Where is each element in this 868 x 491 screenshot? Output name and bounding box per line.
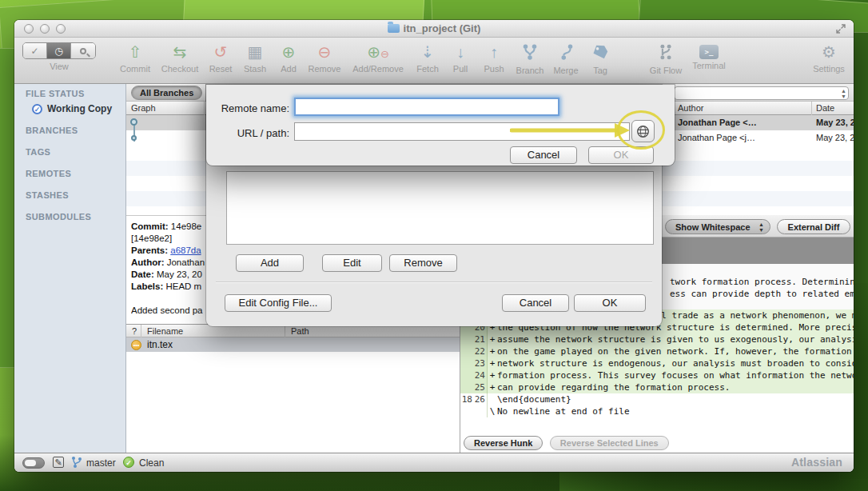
graph-commit-node bbox=[130, 118, 137, 126]
commit-button[interactable]: ⇧ Commit bbox=[113, 42, 157, 74]
commit-icon: ⇧ bbox=[113, 42, 157, 62]
settings-button[interactable]: ⚙ Settings bbox=[806, 42, 851, 74]
remove-remote-button[interactable]: Remove bbox=[389, 254, 457, 272]
diff-footer-buttons: Reverse Hunk Reverse Selected Lines bbox=[460, 435, 854, 453]
url-path-input[interactable] bbox=[294, 122, 630, 141]
add-remove-icon: ⊕⊖ bbox=[350, 42, 406, 62]
sidebar-header-file-status[interactable]: FILE STATUS bbox=[26, 89, 85, 98]
column-path[interactable]: Path bbox=[291, 326, 309, 336]
column-status[interactable]: ? bbox=[132, 326, 137, 336]
status-bar: ✎ master ✓ Clean Atlassian bbox=[14, 453, 854, 472]
add-remote-dialog: Remote name: URL / path: Cancel OK bbox=[206, 85, 675, 166]
terminal-icon: >_ bbox=[699, 45, 719, 59]
column-author[interactable]: Author bbox=[678, 103, 703, 113]
atlassian-logo: Atlassian bbox=[791, 456, 842, 469]
sidebar-header-tags[interactable]: TAGS bbox=[26, 147, 50, 157]
column-filename[interactable]: Filename bbox=[147, 326, 183, 336]
settings-ok-button[interactable]: OK bbox=[574, 294, 646, 312]
dialog-ok-button[interactable]: OK bbox=[588, 146, 654, 164]
add-remote-button[interactable]: Add bbox=[236, 254, 304, 272]
view-label: View bbox=[22, 62, 96, 71]
commit-date: May 23, 2013 7:… bbox=[816, 133, 854, 142]
view-segmented-control: ✓ ◷ View bbox=[22, 42, 96, 71]
diff-lines: 19+In the analysis of international trad… bbox=[460, 309, 854, 437]
remote-name-input[interactable] bbox=[294, 98, 559, 116]
divider bbox=[216, 281, 652, 283]
parent-commit-link[interactable]: a687da bbox=[170, 246, 201, 255]
column-graph[interactable]: Graph bbox=[131, 103, 156, 113]
file-row-itn-tex[interactable]: ••• itn.tex bbox=[126, 337, 460, 352]
remote-name-label: Remote name: bbox=[213, 102, 289, 114]
reverse-hunk-button[interactable]: Reverse Hunk bbox=[464, 436, 543, 450]
compose-icon[interactable]: ✎ bbox=[53, 457, 64, 468]
view-search-segment[interactable] bbox=[71, 43, 95, 58]
sidebar-header-remotes[interactable]: REMOTES bbox=[26, 169, 71, 178]
git-flow-icon bbox=[657, 43, 675, 61]
commit-date: May 23, 2013 8:… bbox=[816, 118, 854, 127]
reverse-selected-lines-button[interactable]: Reverse Selected Lines bbox=[550, 436, 669, 450]
checkout-button[interactable]: ⇆ Checkout bbox=[157, 42, 202, 74]
sidebar-header-submodules[interactable]: SUBMODULES bbox=[26, 212, 91, 222]
globe-icon bbox=[636, 125, 650, 138]
sidebar-header-stashes[interactable]: STASHES bbox=[26, 190, 69, 200]
sidebar-toggle-button[interactable] bbox=[22, 457, 45, 469]
browse-hosted-repositories-button[interactable] bbox=[631, 120, 655, 142]
external-diff-button[interactable]: External Diff bbox=[777, 219, 850, 234]
modified-status-icon: ••• bbox=[131, 340, 141, 350]
edit-remote-button[interactable]: Edit bbox=[322, 254, 382, 272]
merge-icon bbox=[557, 43, 575, 61]
clean-status-icon: ✓ bbox=[123, 457, 134, 468]
context-line: ess can provide depth to related empiric bbox=[670, 289, 854, 299]
commit-author: Jonathan Page <… bbox=[678, 118, 806, 127]
main-toolbar: ✓ ◷ View ⇧ Commit ⇆ Checkout ↺ Reset ▦ S… bbox=[14, 38, 854, 84]
all-branches-button[interactable]: All Branches bbox=[131, 86, 202, 100]
sidebar: FILE STATUS ✓ Working Copy BRANCHES TAGS… bbox=[14, 84, 126, 453]
view-filestatus-segment[interactable]: ✓ bbox=[23, 43, 47, 58]
edit-config-file-button[interactable]: Edit Config File... bbox=[225, 294, 332, 312]
gear-icon: ⚙ bbox=[806, 42, 851, 62]
add-remove-button[interactable]: ⊕⊖ Add/Remove bbox=[350, 42, 406, 74]
commit-author: Jonathan Page <j… bbox=[678, 133, 806, 142]
sidebar-item-working-copy[interactable]: ✓ Working Copy bbox=[32, 103, 112, 114]
branch-icon bbox=[521, 43, 539, 61]
view-log-segment[interactable]: ◷ bbox=[47, 43, 71, 58]
sidebar-header-branches[interactable]: BRANCHES bbox=[26, 126, 78, 135]
working-copy-check-icon: ✓ bbox=[32, 104, 42, 114]
window-title: itn_project (Git) bbox=[14, 22, 854, 34]
url-path-label: URL / path: bbox=[213, 127, 289, 139]
fullscreen-icon[interactable] bbox=[836, 24, 846, 34]
jump-to-dropdown[interactable]: ▲▼ bbox=[674, 86, 849, 100]
dialog-cancel-button[interactable]: Cancel bbox=[510, 146, 577, 164]
tag-button[interactable]: Tag bbox=[578, 42, 623, 75]
folder-icon bbox=[388, 24, 400, 33]
window-titlebar[interactable]: itn_project (Git) bbox=[14, 20, 854, 38]
check-icon: ✓ bbox=[30, 46, 38, 57]
stepper-icon: ▲▼ bbox=[841, 88, 846, 99]
branch-name[interactable]: master bbox=[86, 457, 116, 469]
current-branch-icon bbox=[70, 456, 83, 469]
show-whitespace-dropdown[interactable]: Show Whitespace ▲▼ bbox=[665, 219, 770, 234]
settings-cancel-button[interactable]: Cancel bbox=[502, 294, 569, 312]
commit-details: Commit: 14e98e [14e98e2] Parents: a687da… bbox=[131, 221, 208, 317]
stepper-icon: ▲▼ bbox=[759, 222, 764, 233]
graph-commit-node bbox=[131, 135, 137, 141]
remove-icon: ⊖ bbox=[302, 42, 347, 62]
remove-button[interactable]: ⊖ Remove bbox=[302, 42, 347, 74]
clock-icon: ◷ bbox=[54, 46, 62, 57]
context-line: twork formation process. Determining the bbox=[670, 277, 854, 287]
terminal-button[interactable]: >_ Terminal bbox=[687, 42, 731, 70]
search-icon bbox=[80, 48, 86, 54]
clean-status-label: Clean bbox=[139, 457, 164, 469]
git-flow-button[interactable]: Git Flow bbox=[643, 42, 688, 75]
filename: itn.tex bbox=[147, 339, 173, 350]
column-date[interactable]: Date bbox=[816, 103, 834, 113]
checkout-icon: ⇆ bbox=[157, 42, 202, 62]
tag-icon bbox=[591, 43, 609, 61]
remotes-list[interactable] bbox=[226, 171, 654, 245]
